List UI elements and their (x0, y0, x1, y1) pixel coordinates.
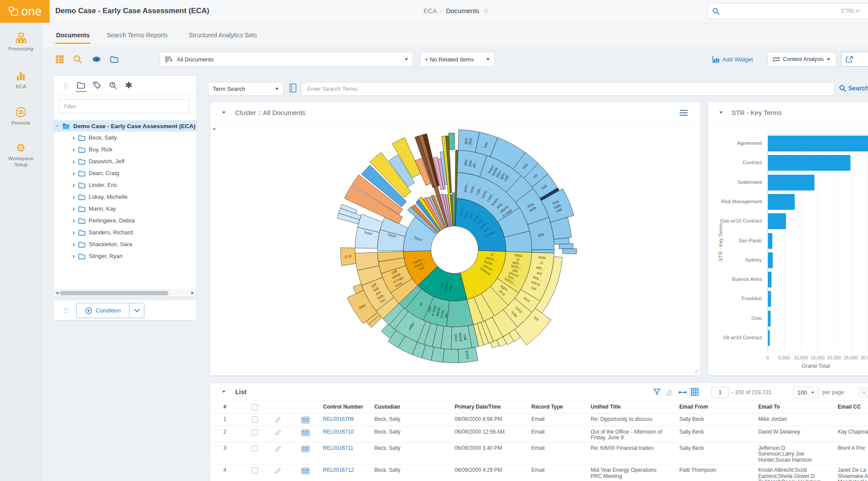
edit-cell[interactable] (275, 413, 301, 426)
select-all-checkbox[interactable] (252, 404, 258, 410)
search-button[interactable]: Search (839, 85, 868, 92)
edit-cell[interactable] (275, 442, 301, 464)
control-number-link[interactable]: REL0016709 (323, 416, 354, 422)
row-checkbox[interactable] (252, 467, 258, 474)
edit-pencil-icon[interactable] (275, 467, 281, 474)
sunburst-segment[interactable] (443, 349, 459, 363)
share-button[interactable] (841, 52, 868, 67)
resize-handle-icon[interactable] (694, 369, 699, 373)
search-panel-button[interactable] (73, 55, 82, 64)
drag-handle[interactable] (64, 83, 68, 89)
expand-chevron-icon[interactable]: › (73, 240, 75, 248)
scroll-left-arrow[interactable]: ◀ (55, 291, 58, 295)
folders-tab-icon[interactable] (77, 82, 85, 89)
preview-eye-button[interactable] (92, 56, 101, 62)
sidebar-item-workspace-setup[interactable]: ⚙ Workspace Setup (0, 142, 42, 168)
edit-cell[interactable] (275, 464, 301, 481)
content-analysis-button[interactable]: Content Analysis (768, 52, 836, 67)
control-number-link[interactable]: REL0016711 (323, 445, 353, 451)
tree-item-dasovich-jeff[interactable]: ›Dasovich, Jeff (54, 155, 196, 167)
resize-columns-icon[interactable] (678, 390, 687, 395)
control-number-cell[interactable]: REL0016710 (323, 426, 374, 442)
related-items-dropdown[interactable]: + No Related Items (420, 52, 495, 67)
bar-frankfurt[interactable] (768, 291, 771, 307)
drag-handle[interactable] (64, 307, 68, 313)
views-dropdown[interactable]: All Documents (160, 52, 413, 67)
expand-chevron-icon[interactable]: › (73, 228, 75, 236)
bar-settlement[interactable] (768, 175, 814, 190)
tab-structured-analytics-sets[interactable]: Structured Analytics Sets (189, 32, 257, 39)
email-type-cell[interactable] (301, 464, 323, 481)
email-document-icon[interactable] (301, 429, 310, 436)
condition-dropdown[interactable] (129, 303, 144, 318)
relativity-one-logo[interactable]: one (0, 0, 50, 23)
table-row[interactable]: 1REL0016709Beck, Sally06/08/2000 8:56 PM… (210, 413, 868, 426)
email-document-icon[interactable] (301, 467, 310, 474)
email-type-cell[interactable] (301, 442, 323, 464)
clusters-tab-icon[interactable]: ✱ (125, 80, 133, 90)
breadcrumb-current[interactable]: Documents (446, 7, 479, 14)
control-number-cell[interactable]: REL0016712 (323, 464, 374, 481)
column-header-primary-date-time[interactable]: Primary Date/Time (455, 401, 531, 413)
scroll-right-arrow[interactable]: ▶ (191, 291, 194, 295)
clear-filter-icon[interactable] (666, 389, 673, 395)
filter-funnel-icon[interactable] (653, 388, 660, 395)
tree-item-beck-sally[interactable]: ›Beck, Sally (54, 132, 196, 144)
tree-item-slinger-ryan[interactable]: ›Slinger, Ryan (54, 250, 196, 262)
tags-tab-icon[interactable] (93, 81, 101, 89)
tab-search-terms-reports[interactable]: Search Terms Reports (107, 32, 168, 39)
breadcrumb-parent[interactable]: ECA (423, 7, 437, 14)
first-page-button[interactable]: ◄ (859, 388, 868, 397)
bar-oil-w-10-contract[interactable] (768, 330, 770, 346)
email-document-icon[interactable] (301, 416, 310, 424)
email-type-cell[interactable] (301, 413, 323, 426)
tree-item-lokay-michelle[interactable]: ›Lokay, Michelle (54, 191, 196, 203)
sidebar-item-promote[interactable]: Promote (0, 106, 42, 126)
expand-chevron-icon[interactable]: › (73, 205, 75, 212)
column-header-#[interactable]: # (223, 401, 252, 413)
control-number-cell[interactable]: REL0016709 (323, 413, 374, 426)
condition-split-button[interactable]: Condition (76, 303, 144, 318)
tree-item-dean-craig[interactable]: ›Dean, Craig (54, 167, 196, 179)
tree-item-linder-eric[interactable]: ›Linder, Eric (54, 179, 196, 191)
widget-menu-icon[interactable] (679, 110, 688, 116)
bar-oslo[interactable] (768, 311, 771, 327)
sunburst-segment[interactable] (559, 244, 573, 249)
horizontal-scrollbar[interactable]: ◀ ▶ (54, 289, 196, 297)
favorite-star-icon[interactable]: ☆ (483, 7, 489, 15)
bar-contract[interactable] (768, 155, 850, 171)
column-header-email-cc[interactable]: Email CC (838, 401, 868, 413)
term-search-input[interactable]: Enter Search Terms (301, 82, 834, 96)
bar-agreement[interactable] (768, 136, 868, 151)
bar-buenos-aires[interactable] (768, 272, 771, 287)
edit-pencil-icon[interactable] (275, 445, 281, 452)
tree-root-item[interactable]: - Demo Case - Early Case Assessment (ECA… (54, 120, 196, 132)
column-header-email-from[interactable]: Email From (679, 401, 758, 413)
control-number-link[interactable]: REL0016712 (323, 467, 354, 473)
page-size-dropdown[interactable]: 100 (793, 387, 818, 398)
tab-documents[interactable]: Documents (56, 32, 90, 39)
email-document-icon[interactable] (301, 445, 310, 452)
tree-item-shackleton-sara[interactable]: ›Shackleton, Sara (54, 238, 196, 250)
sunburst-segment[interactable] (563, 249, 577, 254)
table-row[interactable]: 4REL0016712Beck, Sally06/09/2000 4:29 PM… (210, 464, 868, 481)
collapse-caret-icon[interactable] (222, 111, 226, 114)
cluster-sunburst-chart[interactable]: proc...issu...call...conv...cont...team.… (210, 123, 700, 375)
bar-sydney[interactable] (768, 252, 773, 268)
expand-chevron-icon[interactable]: › (73, 181, 75, 189)
column-header-record-type[interactable]: Record Type (531, 401, 591, 413)
tree-item-mann-kay[interactable]: ›Mann, Kay (54, 203, 196, 215)
expand-chevron-icon[interactable]: › (73, 193, 75, 201)
expand-chevron-icon[interactable]: › (73, 252, 75, 260)
layout-grid-button[interactable] (55, 55, 64, 64)
global-search-input[interactable]: CTRL+/ (707, 3, 868, 19)
scrollbar-thumb[interactable] (60, 291, 169, 295)
row-checkbox[interactable] (252, 429, 258, 435)
table-row[interactable]: 3REL0016711Beck, Sally06/09/2000 3:40 PM… (210, 442, 868, 464)
expand-chevron-icon[interactable]: › (73, 145, 75, 153)
column-header-control-number[interactable]: Control Number (323, 401, 374, 413)
row-checkbox[interactable] (252, 416, 258, 423)
row-checkbox[interactable] (252, 445, 258, 452)
edit-cell[interactable] (275, 426, 301, 442)
expand-chevron-icon[interactable]: › (73, 169, 75, 177)
